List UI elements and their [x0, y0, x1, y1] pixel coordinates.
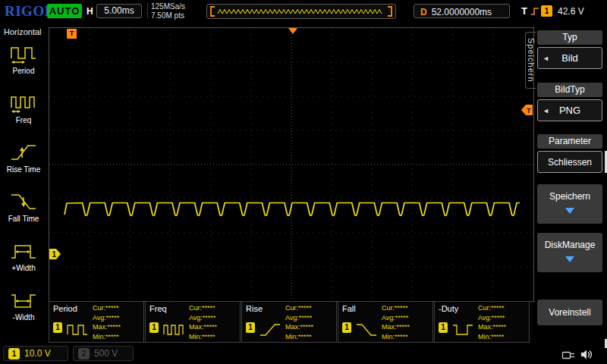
sidebar-item-freq[interactable]: Freq [10, 92, 37, 124]
measurement-cur: Cur:***** [382, 303, 410, 313]
measurement-cur: Cur:***** [285, 303, 313, 313]
waveform-preview-strip [206, 4, 396, 19]
trigger-source-badge: 1 [541, 5, 552, 17]
measurement-stats: Cur:***** Avg:***** Max:***** Min:***** [93, 303, 121, 341]
trigger-position-icon[interactable] [288, 28, 298, 34]
measurement-max: Max:***** [189, 322, 217, 332]
channel1-ground-marker[interactable]: 1 [49, 249, 61, 259]
measurement-min: Min:***** [93, 332, 121, 342]
measurement-avg: Avg:***** [478, 313, 506, 323]
channel2-badge: 2 [78, 348, 90, 359]
channel2-status[interactable]: 2 500 V [73, 346, 134, 361]
sample-rate-readout: 125MSa/s [151, 2, 185, 11]
freq-glyph-icon [163, 322, 184, 338]
sidebar-item-fall-time[interactable]: Fall Time [8, 190, 39, 223]
channel-badge: 1 [149, 322, 159, 333]
timebase-readout: 5.00ms [96, 4, 142, 18]
sidebar-item-plus-width[interactable]: +Width [10, 240, 37, 272]
measurement-label: Period [53, 304, 77, 313]
disk-manage-button[interactable]: DiskManage [537, 233, 602, 272]
menu-value-label: Bild [561, 52, 578, 64]
graticule [49, 27, 534, 302]
channel1-badge: 1 [8, 348, 20, 359]
trigger-label: T [521, 5, 527, 17]
sidebar-item-label: -Width [13, 313, 35, 322]
ch1-waveform [64, 203, 520, 216]
menu-value-parameter[interactable]: Schliessen [537, 151, 602, 173]
channel-badge: 1 [246, 322, 255, 333]
sidebar-item-period[interactable]: Period [10, 42, 37, 75]
svg-text:T: T [527, 107, 531, 115]
sidebar-item-label: Period [13, 67, 35, 75]
measurement-stats: Cur:***** Avg:***** Max:***** Min:***** [285, 303, 313, 341]
measurement-avg: Avg:***** [93, 313, 121, 323]
channel-badge: 1 [439, 322, 448, 333]
delay-value: 52.0000000ms [432, 7, 492, 17]
measurement-cur: Cur:***** [93, 303, 121, 313]
sidebar-item-rise-time[interactable]: Rise Time [7, 141, 40, 174]
menu-value-bildtyp[interactable]: ◄ PNG [537, 99, 602, 121]
measurement-min: Min:***** [478, 332, 506, 342]
measurement-box-fall[interactable]: Fall 1 Cur:***** Avg:***** Max:***** Min… [338, 301, 433, 343]
delay-readout: D52.0000000ms [414, 4, 510, 18]
trigger-delay-marker[interactable]: T [67, 29, 77, 39]
chevron-down-icon [565, 256, 574, 262]
horizontal-label: H [86, 6, 93, 17]
measurement-max: Max:***** [285, 322, 313, 332]
chevron-down-icon [565, 208, 574, 214]
measurement-label: -Duty [439, 304, 458, 313]
save-button[interactable]: Speichern [537, 184, 602, 224]
measurement-box-rise[interactable]: Rise 1 Cur:***** Avg:***** Max:***** Min… [241, 301, 337, 343]
sidebar-item-label: Fall Time [8, 215, 39, 223]
measurement-min: Min:***** [382, 332, 410, 342]
trigger-slope-icon [530, 6, 539, 17]
channel2-scale: 500 V [94, 348, 118, 359]
measurement-cur: Cur:***** [478, 303, 506, 313]
menu-tab-speichern: Speichern [525, 32, 536, 89]
measurement-box-period[interactable]: Period 1 Cur:***** Avg:***** Max:***** M… [49, 301, 144, 343]
measurement-min: Min:***** [285, 332, 313, 342]
sidebar-item-label: +Width [11, 264, 35, 272]
measurement-avg: Avg:***** [382, 313, 410, 323]
measurement-avg: Avg:***** [285, 313, 313, 323]
freq-icon [10, 92, 37, 115]
minus-width-icon [10, 289, 37, 312]
menu-header-bildtyp: BildTyp [537, 83, 602, 97]
period-icon [10, 42, 37, 65]
measurement-max: Max:***** [478, 322, 506, 332]
chevron-left-icon: ◄ [543, 107, 549, 115]
usb-icon [561, 350, 577, 360]
plus-width-icon [10, 240, 37, 262]
menu-header-parameter: Parameter [537, 134, 602, 149]
channel-badge: 1 [342, 322, 351, 333]
svg-text:1: 1 [52, 250, 57, 259]
topbar-divider [147, 3, 148, 19]
minus-duty-glyph-icon [452, 322, 473, 338]
period-glyph-icon [67, 322, 88, 338]
measurement-label: Fall [342, 304, 356, 313]
channel1-scale: 10.0 V [24, 348, 51, 359]
delay-label: D [420, 7, 427, 17]
sidebar-item-label: Rise Time [7, 165, 40, 174]
measurement-max: Max:***** [382, 322, 410, 332]
graticule-grid [49, 28, 533, 301]
measurement-max: Max:***** [93, 322, 121, 332]
preset-button[interactable]: Voreinstell [537, 300, 602, 325]
measurement-box-minus-duty[interactable]: -Duty 1 Cur:***** Avg:***** Max:***** Mi… [434, 301, 530, 343]
measurement-stats: Cur:***** Avg:***** Max:***** Min:***** [382, 303, 410, 341]
channel-badge: 1 [53, 322, 62, 333]
preset-button-label: Voreinstell [549, 307, 590, 318]
measurement-label: Rise [246, 304, 263, 313]
rise-glyph-icon [259, 322, 281, 338]
trigger-level-marker[interactable]: T [521, 105, 533, 115]
sidebar-item-label: Freq [16, 116, 32, 124]
channel1-status[interactable]: 1 10.0 V [3, 346, 68, 361]
menu-value-typ[interactable]: ◄ Bild [537, 47, 602, 69]
menu-header-typ: Typ [537, 30, 602, 45]
disk-manage-button-label: DiskManage [537, 233, 602, 250]
sidebar-title: Horizontal [4, 27, 42, 36]
measurement-box-freq[interactable]: Freq 1 Cur:***** Avg:***** Max:***** Min… [145, 301, 241, 343]
measurement-min: Min:***** [189, 332, 217, 342]
sidebar-item-minus-width[interactable]: -Width [10, 289, 37, 322]
chevron-left-icon: ◄ [543, 55, 549, 62]
